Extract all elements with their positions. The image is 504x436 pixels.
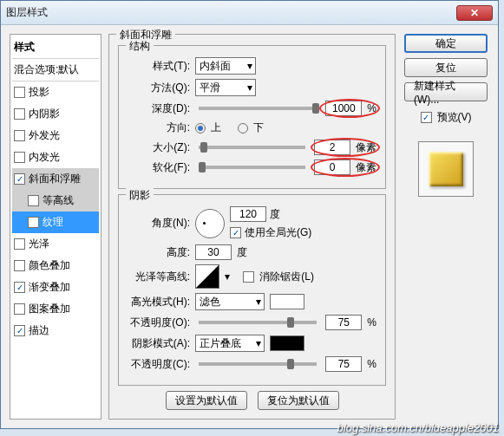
highlight-opacity-input[interactable]: 75 <box>325 315 362 330</box>
checkbox[interactable] <box>28 217 39 228</box>
settings-panel: 斜面和浮雕 结构 样式(T):内斜面 方法(Q):平滑 深度(D):1000% … <box>108 34 396 420</box>
soften-slider[interactable] <box>199 166 305 169</box>
shading-fieldset: 阴影 角度(N):120度使用全局光(G) 高度:30度 光泽等高线:▾ 消除锯… <box>118 194 386 386</box>
angle-input[interactable]: 120 <box>230 206 266 222</box>
shadow-opacity-slider[interactable] <box>199 362 317 366</box>
window-title: 图层样式 <box>6 5 456 20</box>
size-input[interactable]: 2 <box>314 140 350 155</box>
item-inner-glow[interactable]: 内发光 <box>12 146 99 168</box>
checkbox[interactable] <box>14 130 25 141</box>
angle-control[interactable] <box>195 209 225 238</box>
style-combo[interactable]: 内斜面 <box>195 57 256 75</box>
blend-options[interactable]: 混合选项:默认 <box>12 59 99 81</box>
shadow-mode-combo[interactable]: 正片叠底 <box>195 335 265 352</box>
watermark: blog.sina.com.cn/blueapple2001 <box>337 421 499 434</box>
preview-checkbox[interactable] <box>421 112 432 123</box>
item-stroke[interactable]: 描边 <box>12 320 99 342</box>
item-outer-glow[interactable]: 外发光 <box>12 125 99 146</box>
cancel-button[interactable]: 复位 <box>404 58 488 77</box>
depth-input[interactable]: 1000 <box>325 101 362 116</box>
structure-legend: 结构 <box>126 39 154 54</box>
item-color-overlay[interactable]: 颜色叠加 <box>12 255 99 277</box>
checkbox[interactable] <box>14 238 25 250</box>
depth-slider[interactable] <box>199 107 317 110</box>
shadow-color[interactable] <box>270 335 304 351</box>
chevron-down-icon[interactable]: ▾ <box>225 270 230 283</box>
new-style-button[interactable]: 新建样式(W)... <box>404 82 488 101</box>
dir-up-radio[interactable] <box>195 123 206 133</box>
shading-legend: 阴影 <box>126 188 154 203</box>
checkbox[interactable] <box>14 282 25 293</box>
checkbox[interactable] <box>14 87 25 98</box>
item-texture[interactable]: 纹理 <box>12 211 99 233</box>
soften-input[interactable]: 0 <box>314 159 350 175</box>
checkbox[interactable] <box>14 260 25 271</box>
titlebar[interactable]: 图层样式 ✕ <box>1 1 498 25</box>
dir-down-radio[interactable] <box>238 123 248 133</box>
make-default-button[interactable]: 设置为默认值 <box>166 391 247 410</box>
style-list: 样式 混合选项:默认 投影 内阴影 外发光 内发光 斜面和浮雕 等高线 纹理 光… <box>10 34 101 420</box>
close-icon: ✕ <box>470 7 479 19</box>
size-slider[interactable] <box>199 146 305 149</box>
altitude-input[interactable]: 30 <box>195 244 232 260</box>
checkbox[interactable] <box>14 152 25 163</box>
gloss-contour[interactable] <box>195 264 219 289</box>
item-drop-shadow[interactable]: 投影 <box>12 81 99 103</box>
checkbox[interactable] <box>14 173 25 185</box>
shadow-opacity-input[interactable]: 75 <box>325 356 362 372</box>
antialias-checkbox[interactable] <box>243 271 254 283</box>
style-header: 样式 <box>12 36 99 59</box>
preview-inner <box>429 152 463 186</box>
item-pattern-overlay[interactable]: 图案叠加 <box>12 298 99 320</box>
structure-fieldset: 结构 样式(T):内斜面 方法(Q):平滑 深度(D):1000% 方向:上 下… <box>118 45 386 189</box>
ok-button[interactable]: 确定 <box>404 34 488 53</box>
item-inner-shadow[interactable]: 内阴影 <box>12 103 99 125</box>
item-gradient-overlay[interactable]: 渐变叠加 <box>12 277 99 298</box>
highlight-opacity-slider[interactable] <box>199 321 317 324</box>
right-panel: 确定 复位 新建样式(W)... 预览(V) <box>403 34 489 420</box>
preview-swatch <box>418 141 474 197</box>
reset-default-button[interactable]: 复位为默认值 <box>258 391 339 410</box>
global-light-checkbox[interactable] <box>230 227 241 238</box>
checkbox[interactable] <box>14 303 25 315</box>
checkbox[interactable] <box>14 108 25 120</box>
bevel-fieldset: 斜面和浮雕 结构 样式(T):内斜面 方法(Q):平滑 深度(D):1000% … <box>108 34 396 420</box>
item-bevel-emboss[interactable]: 斜面和浮雕 <box>12 168 99 190</box>
close-button[interactable]: ✕ <box>456 5 493 21</box>
highlight-color[interactable] <box>270 294 304 309</box>
item-contour[interactable]: 等高线 <box>12 190 99 211</box>
checkbox[interactable] <box>14 325 25 336</box>
item-satin[interactable]: 光泽 <box>12 233 99 255</box>
layer-style-dialog: 图层样式 ✕ 样式 混合选项:默认 投影 内阴影 外发光 内发光 斜面和浮雕 等… <box>0 0 499 429</box>
method-combo[interactable]: 平滑 <box>195 79 256 96</box>
highlight-mode-combo[interactable]: 滤色 <box>195 293 265 310</box>
checkbox[interactable] <box>28 195 39 206</box>
